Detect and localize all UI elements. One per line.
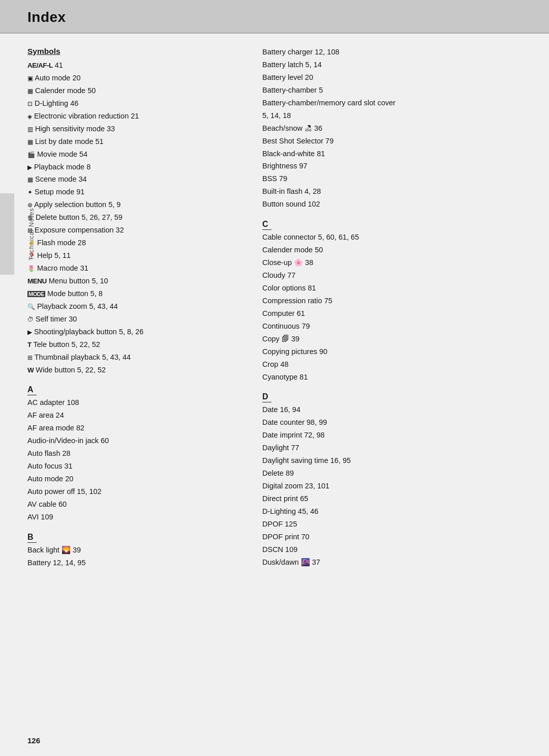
entry-close-up: Close-up 🌸 38 (262, 256, 522, 269)
side-label: Technical Notes (28, 208, 35, 260)
auto-mode-icon: ▣ (27, 73, 33, 84)
sym-list-date: ▦ List by date mode 51 (27, 135, 246, 148)
shoot-playback-icon: ▶ (27, 327, 32, 338)
sym-macro: 🌷 Macro mode 31 (27, 262, 246, 275)
tele-btn-icon: T (27, 341, 32, 348)
sym-tele-btn: T Tele button 5, 22, 52 (27, 338, 246, 351)
sym-help: ❓ Help 5, 11 (27, 249, 246, 262)
entry-auto-flash: Auto flash 28 (27, 447, 246, 460)
sym-auto-mode: ▣ Auto mode 20 (27, 72, 246, 84)
entry-copying-pictures: Copying pictures 90 (262, 345, 522, 358)
section-d: D Date 16, 94 Date counter 98, 99 Date i… (262, 390, 522, 568)
entry-date-imprint: Date imprint 72, 98 (262, 429, 522, 442)
entry-computer: Computer 61 (262, 307, 522, 320)
entry-battery-charger: Battery charger 12, 108 (262, 46, 522, 59)
entry-crop: Crop 48 (262, 358, 522, 371)
menu-btn-icon: MENU (27, 277, 47, 285)
entry-built-in-flash: Built-in flash 4, 28 (262, 185, 522, 198)
sym-thumbnail: ⊞ Thumbnail playback 5, 43, 44 (27, 351, 246, 364)
high-sens-icon: ▥ (27, 124, 33, 135)
entry-af-area: AF area 24 (27, 409, 246, 422)
entry-compression-ratio: Compression ratio 75 (262, 295, 522, 307)
entry-dscn: DSCN 109 (262, 543, 522, 556)
d-lighting-icon: ⊡ (27, 99, 33, 109)
evr-icon: ◈ (27, 111, 32, 122)
page: Index Technical Notes Symbols AE/AF-L 41… (0, 0, 549, 756)
entry-battery-latch: Battery latch 5, 14 (262, 59, 522, 71)
entry-cloudy: Cloudy 77 (262, 269, 522, 282)
entry-af-area-mode: AF area mode 82 (27, 422, 246, 434)
sym-mode-btn: MODE Mode button 5, 8 (27, 287, 246, 300)
entry-bss: Best Shot Selector 79 (262, 135, 522, 148)
entry-cable-connector: Cable connector 5, 60, 61, 65 (262, 231, 522, 244)
section-c: C Cable connector 5, 60, 61, 65 Calender… (262, 218, 522, 383)
entry-battery-chamber-cover-pages: 5, 14, 18 (262, 109, 522, 122)
sym-menu-btn: MENU Menu button 5, 10 (27, 275, 246, 287)
playback-zoom-icon: 🔍 (27, 302, 35, 312)
letter-d: D (262, 392, 271, 402)
macro-icon: 🌷 (27, 264, 35, 274)
sym-exposure-comp: ⊠ Exposure compensation 32 (27, 224, 246, 237)
sym-shoot-playback: ▶ Shooting/playback button 5, 8, 26 (27, 326, 246, 338)
sym-movie-mode: 🎬 Movie mode 54 (27, 148, 246, 161)
entry-beach-snow: Beach/snow 🏖 36 (262, 122, 522, 135)
sym-wide-btn: W Wide button 5, 22, 52 (27, 364, 246, 376)
entry-daylight-saving: Daylight saving time 16, 95 (262, 454, 522, 467)
sym-ae-afl-icon: AE/ (27, 62, 38, 69)
entry-bss-abbr: BSS 79 (262, 172, 522, 185)
main-content: Symbols AE/AF-L 41 ▣ Auto mode 20 ▦ Cale… (0, 34, 549, 581)
sym-flash-mode: ⚡ Flash mode 28 (27, 237, 246, 249)
entry-av-cable: AV cable 60 (27, 498, 246, 511)
page-number: 126 (27, 736, 40, 745)
mode-btn-icon: MODE (27, 291, 45, 297)
sym-scene-mode: ▦ Scene mode 34 (27, 173, 246, 186)
entry-avi: AVI 109 (27, 511, 246, 524)
entry-dpof-print: DPOF print 70 (262, 531, 522, 543)
list-date-icon: ▦ (27, 137, 33, 148)
sym-evr: ◈ Electronic vibration reduction 21 (27, 110, 246, 123)
calender-mode-icon: ▦ (27, 86, 33, 97)
entry-audio-video-in: Audio-in/Video-in jack 60 (27, 434, 246, 447)
sym-ae-afl: AE/AF-L 41 (27, 59, 246, 72)
letter-b: B (27, 533, 37, 543)
section-a: A AC adapter 108 AF area 24 AF area mode… (27, 383, 246, 523)
self-timer-icon: ⏱ (27, 314, 34, 325)
setup-mode-icon: ✦ (27, 187, 33, 198)
entry-battery-level: Battery level 20 (262, 71, 522, 84)
sym-high-sens: ▥ High sensitivity mode 33 (27, 123, 246, 135)
sym-calender-mode: ▦ Calender mode 50 (27, 84, 246, 97)
entry-direct-print: Direct print 65 (262, 492, 522, 505)
wide-btn-icon: W (27, 366, 34, 374)
scene-mode-icon: ▦ (27, 175, 33, 185)
sym-playback-mode: ▶ Playback mode 8 (27, 161, 246, 173)
symbols-heading: Symbols (27, 47, 246, 56)
entry-auto-power-off: Auto power off 15, 102 (27, 485, 246, 498)
entry-auto-mode: Auto mode 20 (27, 473, 246, 485)
entry-daylight: Daylight 77 (262, 442, 522, 454)
letter-a: A (27, 385, 37, 395)
sym-setup-mode: ✦ Setup mode 91 (27, 186, 246, 198)
entry-delete: Delete 89 (262, 467, 522, 480)
entry-cyanotype: Cyanotype 81 (262, 371, 522, 384)
entry-copy: Copy 🗐 39 (262, 333, 522, 345)
entry-digital-zoom: Digital zoom 23, 101 (262, 480, 522, 492)
entry-button-sound: Button sound 102 (262, 198, 522, 211)
entry-dpof: DPOF 125 (262, 518, 522, 531)
sym-self-timer: ⏱ Self timer 30 (27, 313, 246, 326)
entry-brightness: Brightness 97 (262, 160, 522, 172)
entry-dusk-dawn: Dusk/dawn 🌆 37 (262, 556, 522, 569)
entry-battery: Battery 12, 14, 95 (27, 557, 246, 569)
sym-apply-selection: ⊛ Apply selection button 5, 9 (27, 198, 246, 211)
entry-battery-chamber-cover: Battery-chamber/memory card slot cover (262, 97, 522, 109)
entry-d-lighting: D-Lighting 45, 46 (262, 505, 522, 518)
thumbnail-icon: ⊞ (27, 353, 33, 363)
entry-date-counter: Date counter 98, 99 (262, 416, 522, 429)
entry-calender-mode: Calender mode 50 (262, 244, 522, 256)
sym-playback-zoom: 🔍 Playback zoom 5, 43, 44 (27, 300, 246, 313)
entry-date: Date 16, 94 (262, 403, 522, 416)
page-header: Index (0, 0, 549, 34)
entry-battery-chamber: Battery-chamber 5 (262, 84, 522, 97)
right-column: Battery charger 12, 108 Battery latch 5,… (262, 46, 522, 569)
entry-back-light: Back light 🌄 39 (27, 544, 246, 557)
entry-color-options: Color options 81 (262, 282, 522, 295)
